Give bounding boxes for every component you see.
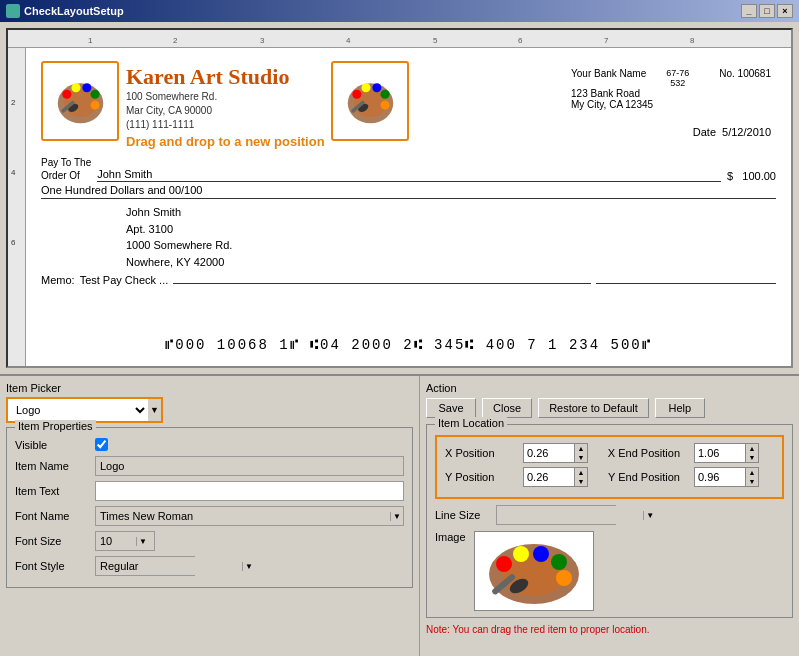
image-preview-palette-icon	[479, 536, 589, 606]
item-name-label: Item Name	[15, 460, 95, 472]
ruler-mark-8: 8	[690, 36, 694, 45]
visible-label: Visible	[15, 439, 95, 451]
x-position-input-wrap[interactable]: ▲ ▼	[523, 443, 588, 463]
close-button[interactable]: Close	[482, 398, 532, 418]
font-size-row: Font Size ▼	[15, 531, 404, 551]
check-preview-area: 1 2 3 4 5 6 7 8 2 4 6	[0, 22, 799, 374]
svg-point-23	[551, 554, 567, 570]
font-style-input[interactable]	[96, 557, 242, 575]
location-inputs-group: X Position ▲ ▼ X End Position	[435, 435, 784, 499]
svg-point-12	[361, 83, 370, 92]
font-name-input[interactable]	[96, 507, 390, 525]
date-line: Date 5/12/2010	[693, 126, 771, 138]
font-size-dropdown-icon[interactable]: ▼	[136, 537, 149, 546]
ruler-mark-left-2: 2	[11, 98, 15, 107]
font-style-dropdown-icon[interactable]: ▼	[242, 562, 255, 571]
minimize-button[interactable]: _	[741, 4, 757, 18]
y-position-spinner[interactable]: ▲ ▼	[574, 468, 587, 486]
top-ruler: 1 2 3 4 5 6 7 8	[8, 30, 791, 48]
line-size-input[interactable]	[497, 506, 643, 524]
address-block: John Smith Apt. 3100 1000 Somewhere Rd. …	[126, 204, 232, 270]
line-size-dropdown-icon[interactable]: ▼	[643, 511, 656, 520]
x-position-down[interactable]: ▼	[575, 453, 587, 462]
svg-point-14	[380, 90, 389, 99]
y-position-input[interactable]	[524, 468, 574, 486]
y-position-input-wrap[interactable]: ▲ ▼	[523, 467, 588, 487]
maximize-button[interactable]: □	[759, 4, 775, 18]
memo-line: Memo: Test Pay Check ...	[41, 274, 776, 286]
visible-checkbox[interactable]	[95, 438, 108, 451]
y-end-position-up[interactable]: ▲	[746, 468, 758, 477]
date-label: Date	[693, 126, 716, 138]
image-area: Image	[435, 531, 784, 611]
svg-point-24	[556, 570, 572, 586]
x-position-spinner[interactable]: ▲ ▼	[574, 444, 587, 462]
title-bar-controls[interactable]: _ □ ×	[741, 4, 793, 18]
app-icon	[6, 4, 20, 18]
ruler-mark-left-6: 6	[11, 238, 15, 247]
company-address1: 100 Somewhere Rd.	[126, 90, 325, 104]
check-amount: 100.00	[742, 170, 776, 182]
bank-address1: 123 Bank Road	[571, 88, 771, 99]
micr-fraction-1: 67-76	[666, 68, 689, 78]
action-buttons-row: Save Close Restore to Default Help	[426, 398, 793, 418]
item-properties-label: Item Properties	[15, 420, 96, 432]
payee-name: John Smith	[97, 168, 152, 180]
item-name-input[interactable]	[95, 456, 404, 476]
help-button[interactable]: Help	[655, 398, 705, 418]
check-content[interactable]: Karen Art Studio 100 Somewhere Rd. Mar C…	[26, 48, 791, 366]
x-end-position-input-wrap[interactable]: ▲ ▼	[694, 443, 759, 463]
check-number: No. 100681	[719, 68, 771, 79]
restore-default-button[interactable]: Restore to Default	[538, 398, 649, 418]
y-end-position-down[interactable]: ▼	[746, 477, 758, 486]
y-position-down[interactable]: ▼	[575, 477, 587, 486]
y-end-position-input[interactable]	[695, 468, 745, 486]
close-button[interactable]: ×	[777, 4, 793, 18]
x-position-label: X Position	[445, 447, 515, 459]
y-end-position-spinner[interactable]: ▲ ▼	[745, 468, 758, 486]
line-size-row: Line Size ▼	[435, 505, 784, 525]
x-end-position-label: X End Position	[596, 447, 686, 459]
ruler-mark-3: 3	[260, 36, 264, 45]
svg-point-5	[90, 90, 99, 99]
svg-point-15	[380, 101, 389, 110]
signature-line	[596, 283, 776, 284]
action-label: Action	[426, 382, 793, 394]
save-button[interactable]: Save	[426, 398, 476, 418]
svg-point-3	[71, 83, 80, 92]
font-name-dropdown-icon[interactable]: ▼	[390, 512, 403, 521]
logo-box[interactable]	[41, 61, 119, 141]
right-panel: Action Save Close Restore to Default Hel…	[420, 376, 799, 656]
x-end-position-down[interactable]: ▼	[746, 453, 758, 462]
x-position-up[interactable]: ▲	[575, 444, 587, 453]
y-end-position-input-wrap[interactable]: ▲ ▼	[694, 467, 759, 487]
item-picker-select[interactable]: Logo Company Name Address Date Pay To Am…	[8, 399, 148, 421]
x-position-input[interactable]	[524, 444, 574, 462]
font-style-row: Font Style ▼	[15, 556, 404, 576]
x-end-position-input[interactable]	[695, 444, 745, 462]
logo-palette-2-icon	[343, 76, 398, 126]
bank-address2: My City, CA 12345	[571, 99, 771, 110]
ruler-mark-4: 4	[346, 36, 350, 45]
item-name-row: Item Name	[15, 456, 404, 476]
logo-box-2[interactable]	[331, 61, 409, 141]
micr-fraction-2: 532	[670, 78, 685, 88]
recipient-addr2: 1000 Somewhere Rd.	[126, 237, 232, 254]
ruler-mark-6: 6	[518, 36, 522, 45]
svg-point-11	[352, 90, 361, 99]
logo-palette-icon	[53, 76, 108, 126]
item-text-input[interactable]	[95, 481, 404, 501]
font-size-label: Font Size	[15, 535, 95, 547]
x-end-position-spinner[interactable]: ▲ ▼	[745, 444, 758, 462]
font-size-input[interactable]	[96, 532, 136, 550]
svg-point-6	[90, 101, 99, 110]
x-end-position-up[interactable]: ▲	[746, 444, 758, 453]
y-position-up[interactable]: ▲	[575, 468, 587, 477]
ruler-mark-7: 7	[604, 36, 608, 45]
svg-point-4	[82, 83, 91, 92]
company-phone: (111) 111-1111	[126, 118, 325, 132]
pay-to-label: Pay To The Order Of	[41, 156, 91, 182]
line-size-label: Line Size	[435, 509, 480, 521]
item-properties-group: Item Properties Visible Item Name Item T…	[6, 427, 413, 588]
svg-point-21	[513, 546, 529, 562]
